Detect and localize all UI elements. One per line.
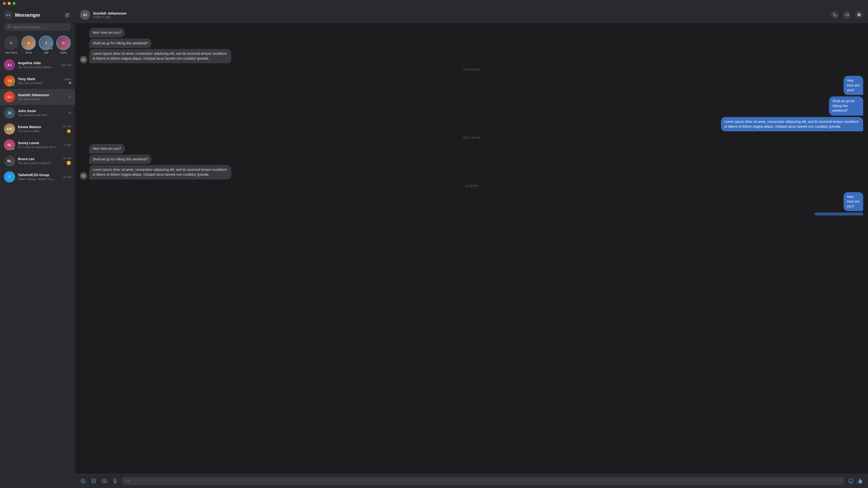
scarlett-preview: You sent a photo.	[18, 97, 65, 101]
compose-button[interactable]	[63, 11, 71, 19]
typing-indicator	[815, 213, 863, 215]
john-avatar-wrap: JS	[4, 108, 15, 119]
conversation-item-tony[interactable]: TS Tony Stark Hey, Are you there? 10min	[0, 73, 75, 89]
conversation-list: AJ Angelina Jolie Ok, see you at the sub…	[0, 57, 75, 488]
conversation-item-bruce[interactable]: BL Bruce Lee You are a great human b... …	[0, 153, 75, 169]
angelina-conv-info: Angelina Jolie Ok, see you at the subwa.…	[18, 61, 58, 69]
emma-meta: 11 Feb 👏	[63, 125, 71, 133]
svg-line-1	[10, 27, 10, 28]
story-item-your-story[interactable]: + Your Story	[4, 36, 19, 54]
bruce-meta: 23 Jan 😊	[63, 157, 71, 165]
scarlett-meta: 1h	[68, 95, 71, 98]
svg-rect-3	[845, 13, 848, 16]
message-row-typing	[815, 213, 863, 215]
conversation-item-emma[interactable]: EW Emma Watson You sent a video. 11 Feb …	[0, 121, 75, 137]
john-conv-info: John Snow You missed a call John.	[18, 109, 65, 117]
conversation-item-scarlett[interactable]: SJ Scarlett Johansson You sent a photo. …	[0, 89, 75, 105]
conversation-item-sunny[interactable]: SL Sunny Leone Ah, it was an awesome one…	[0, 137, 75, 153]
bruce-avatar: BL	[4, 155, 15, 166]
your-story-label: Your Story	[5, 51, 18, 54]
cathy-story-avatar: C	[56, 36, 71, 50]
chat-contact-avatar: SJ	[80, 10, 90, 20]
info-button[interactable]	[855, 11, 863, 19]
story-item-jeff[interactable]: J Jeff	[39, 36, 53, 54]
microphone-button[interactable]	[111, 477, 119, 485]
anna-story-avatar: A	[21, 36, 36, 50]
sunny-meta: 1 Feb	[64, 144, 71, 146]
message-input-wrap[interactable]	[122, 477, 844, 485]
scarlett-avatar: SJ	[4, 91, 15, 102]
john-name: John Snow	[18, 109, 65, 113]
message-bubble: Hey! How are you?	[843, 76, 863, 95]
message-row-out1: Hey! How are you?	[828, 76, 863, 95]
svg-point-12	[104, 481, 105, 482]
chat-contact-info: Scarlett Johansson Active 1h ago	[93, 11, 831, 19]
message-bubble: Shall we go for Hiking this weekend?	[89, 155, 151, 164]
messenger-logo: 👓	[4, 11, 12, 20]
angelina-avatar-wrap: AJ	[4, 59, 15, 70]
minimize-button[interactable]	[8, 2, 11, 5]
your-story-avatar: +	[4, 36, 19, 50]
tailwind-name: TailwindCSS Group	[18, 173, 60, 177]
fullscreen-button[interactable]	[12, 2, 16, 5]
sidebar: 👓 Messenger	[0, 7, 75, 488]
story-item-cathy[interactable]: C Cathy	[56, 36, 71, 54]
angelina-time: Just now	[61, 63, 71, 66]
svg-point-0	[8, 25, 10, 28]
conversation-item-john[interactable]: JS John Snow You missed a call John. 4h	[0, 105, 75, 121]
message-bubble: Shall we go for Hiking this weekend?	[829, 96, 863, 116]
search-section	[0, 21, 75, 33]
conversation-item-angelina[interactable]: AJ Angelina Jolie Ok, see you at the sub…	[0, 57, 75, 73]
incoming2-avatar: SJ	[80, 172, 87, 180]
message-bubble: Hey! How are you?	[89, 28, 125, 37]
john-preview: You missed a call John.	[18, 113, 65, 117]
sunny-name: Sunny Leone	[18, 141, 62, 145]
emma-name: Emma Watson	[18, 125, 60, 129]
search-input[interactable]	[12, 25, 68, 29]
app-container: 👓 Messenger	[0, 7, 868, 488]
tailwind-conv-info: TailwindCSS Group Adam: Hurray, Version …	[18, 173, 60, 181]
message-group-outgoing1: Hey! How are you? Shall we go for Hiking…	[80, 76, 863, 132]
tony-online-indicator	[12, 83, 15, 86]
message-group-incoming2: SJ Hey! How are you? Shall we go for Hik…	[80, 144, 863, 179]
tony-avatar-wrap: TS	[4, 75, 15, 87]
bruce-time: 23 Jan	[63, 157, 71, 160]
incoming2-bubbles: Hey! How are you? Shall we go for Hiking…	[89, 144, 348, 179]
sidebar-brand: 👓 Messenger	[4, 11, 40, 20]
angelina-name: Angelina Jolie	[18, 61, 58, 65]
angelina-preview: Ok, see you at the subwa...	[18, 65, 58, 69]
phone-call-button[interactable]	[831, 11, 839, 19]
message-input[interactable]	[125, 479, 840, 483]
video-call-button[interactable]	[843, 11, 851, 19]
scarlett-conv-info: Scarlett Johansson You sent a photo.	[18, 93, 65, 101]
bruce-conv-info: Bruce Lee You are a great human b...	[18, 157, 60, 165]
svg-point-15	[848, 479, 853, 483]
add-story-icon: +	[9, 39, 13, 47]
message-bubble: Hey! How are you?	[89, 144, 125, 154]
chat-contact-status: Active 1h ago	[93, 15, 831, 19]
camera-button[interactable]	[100, 477, 108, 485]
tony-unread-badge	[69, 82, 71, 84]
tailwind-preview: Adam: Hurray, Version 2 is ...	[18, 177, 60, 181]
john-avatar: JS	[4, 108, 15, 119]
titlebar	[0, 0, 868, 7]
conversation-item-tailwind[interactable]: T TailwindCSS Group Adam: Hurray, Versio…	[0, 169, 75, 185]
logo-icon: 👓	[6, 13, 11, 18]
emma-avatar: EW	[4, 123, 15, 134]
story-item-anna[interactable]: A Anna	[21, 36, 36, 54]
time-separator-sat: SAT 2:10 PM	[80, 133, 863, 143]
add-attachment-button[interactable]	[79, 477, 87, 485]
message-bubble: Shall we go for Hiking this weekend?	[89, 38, 151, 48]
like-button[interactable]	[856, 477, 864, 485]
message-bubble: Hey! How are you?	[843, 192, 863, 211]
stories-row: + Your Story A Anna J	[0, 33, 75, 57]
message-row-out2: Shall we go for Hiking this weekend?	[801, 96, 863, 116]
search-input-wrap[interactable]	[4, 23, 71, 31]
jeff-online-indicator	[50, 47, 53, 50]
photo-button[interactable]	[90, 477, 98, 485]
close-button[interactable]	[3, 2, 6, 5]
tony-conv-info: Tony Stark Hey, Are you there?	[18, 77, 61, 85]
emoji-button[interactable]	[847, 477, 855, 485]
chat-area: SJ Scarlett Johansson Active 1h ago	[75, 7, 868, 488]
tony-time: 10min	[64, 78, 71, 81]
